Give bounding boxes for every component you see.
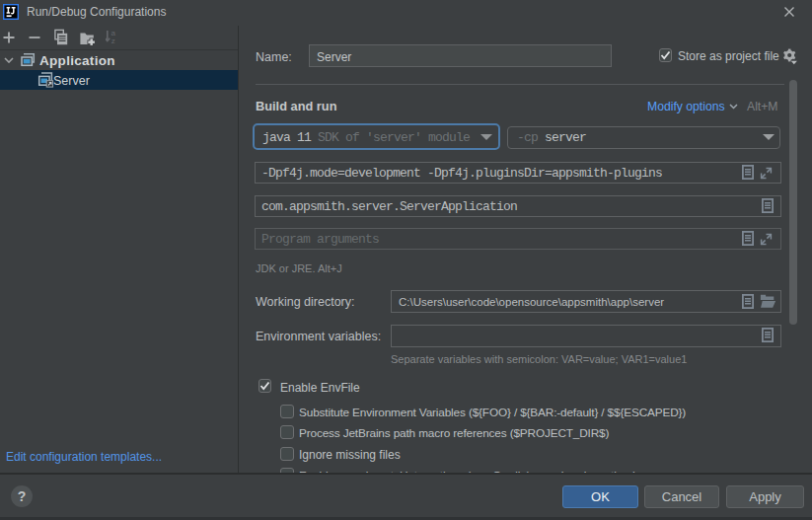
svg-text:z: z <box>111 37 115 44</box>
